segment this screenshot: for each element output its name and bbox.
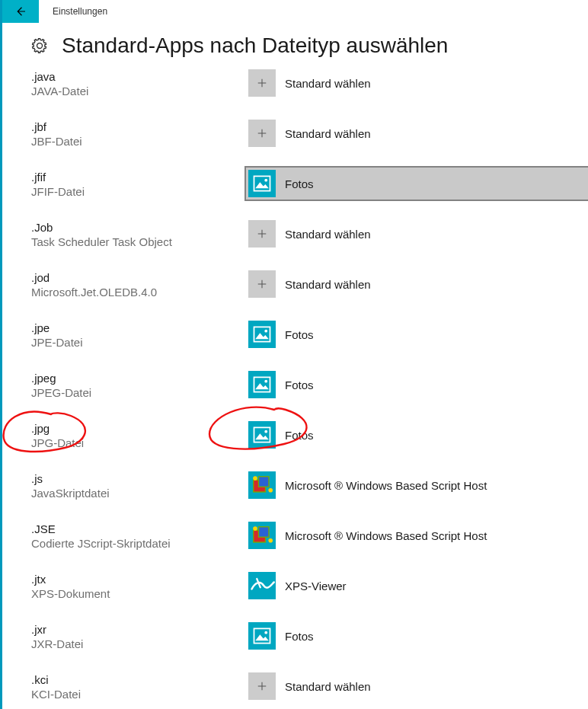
extension-description: JPG-Datei [31,436,246,451]
app-name-label: Standard wählen [285,680,371,693]
extension-column: .jtxXPS-Dokument [31,570,246,602]
app-selector[interactable]: Standard wählen [246,218,588,250]
app-selector[interactable]: Standard wählen [246,268,588,300]
filetype-row: .jbfJBF-DateiStandard wählen [31,117,588,149]
filetype-row: .jpeJPE-DateiFotos [31,318,588,350]
filetype-row: .jtxXPS-DokumentXPS-Viewer [31,570,588,602]
app-name-label: Standard wählen [285,77,371,90]
extension-column: .JobTask Scheduler Task Object [31,218,246,250]
arrow-left-icon [14,5,27,18]
filetype-row: .jpegJPEG-DateiFotos [31,369,588,401]
extension-description: Microsoft.Jet.OLEDB.4.0 [31,286,246,300]
filetype-row: .jfifJFIF-DateiFotos [31,168,588,200]
app-name-label: Microsoft ® Windows Based Script Host [285,479,487,492]
app-selector[interactable]: Standard wählen [246,67,588,99]
extension-label: .jxr [31,623,246,637]
extension-column: .jxrJXR-Datei [31,620,246,652]
extension-description: JFIF-Datei [31,185,246,200]
app-selector[interactable]: Standard wählen [246,670,588,702]
extension-description: Codierte JScript-Skriptdatei [31,537,246,551]
extension-label: .jpeg [31,372,246,386]
extension-column: .jfifJFIF-Datei [31,168,246,200]
extension-label: .jtx [31,573,246,587]
extension-label: .jfif [31,171,246,185]
extension-column: .kciKCI-Datei [31,670,246,702]
extension-column: .jpeJPE-Datei [31,318,246,350]
app-name-label: Standard wählen [285,228,371,241]
script-host-icon [248,471,276,499]
filetype-row: .kciKCI-DateiStandard wählen [31,670,588,702]
extension-column: .jpegJPEG-Datei [31,369,246,401]
extension-description: KCI-Datei [31,688,246,702]
extension-description: Task Scheduler Task Object [31,235,246,250]
filetype-list: .javaJAVA-DateiStandard wählen.jbfJBF-Da… [31,67,588,702]
filetype-row: .JSECodierte JScript-SkriptdateiMicrosof… [31,519,588,551]
plus-icon [248,270,276,298]
page-header: Standard-Apps nach Dateityp auswählen [31,34,588,58]
app-selector[interactable]: Standard wählen [246,117,588,149]
fotos-icon [248,170,276,197]
app-selector[interactable]: Fotos [246,318,588,350]
window-title: Einstellungen [53,6,107,17]
app-selector[interactable]: Fotos [246,168,588,200]
filetype-row: .jodMicrosoft.Jet.OLEDB.4.0Standard wähl… [31,268,588,300]
xps-viewer-icon [248,572,276,599]
app-name-label: Fotos [285,630,314,643]
extension-label: .jpg [31,422,246,436]
extension-label: .jpe [31,321,246,336]
extension-label: .java [31,70,246,85]
app-name-label: Fotos [285,378,314,391]
extension-description: JXR-Datei [31,637,246,652]
app-name-label: Standard wählen [285,278,371,291]
fotos-icon [248,622,276,650]
extension-description: JBF-Datei [31,135,246,149]
extension-label: .jbf [31,120,246,135]
extension-label: .JSE [31,522,246,537]
extension-column: .jodMicrosoft.Jet.OLEDB.4.0 [31,268,246,300]
app-name-label: Fotos [285,429,314,442]
app-selector[interactable]: Microsoft ® Windows Based Script Host [246,469,588,501]
filetype-row: .javaJAVA-DateiStandard wählen [31,67,588,99]
filetype-row: .JobTask Scheduler Task ObjectStandard w… [31,218,588,250]
extension-column: .jpgJPG-Datei [31,419,246,451]
extension-description: JavaSkriptdatei [31,487,246,501]
extension-column: .jsJavaSkriptdatei [31,469,246,501]
extension-column: .jbfJBF-Datei [31,117,246,149]
fotos-icon [248,421,276,449]
app-name-label: Standard wählen [285,127,371,140]
extension-label: .jod [31,271,246,286]
app-selector[interactable]: Fotos [246,369,588,401]
plus-icon [248,672,276,700]
app-selector[interactable]: XPS-Viewer [246,570,588,602]
titlebar: Einstellungen [2,0,588,23]
extension-column: .JSECodierte JScript-Skriptdatei [31,519,246,551]
app-selector[interactable]: Microsoft ® Windows Based Script Host [246,519,588,551]
extension-label: .js [31,472,246,487]
extension-description: JPEG-Datei [31,386,246,401]
plus-icon [248,120,276,147]
extension-description: JPE-Datei [31,336,246,350]
filetype-row: .jpgJPG-DateiFotos [31,419,588,451]
app-name-label: Microsoft ® Windows Based Script Host [285,529,487,542]
extension-label: .kci [31,673,246,688]
app-name-label: Fotos [285,328,314,341]
extension-description: JAVA-Datei [31,85,246,99]
app-selector[interactable]: Fotos [246,419,588,451]
fotos-icon [248,371,276,398]
content-area: Standard-Apps nach Dateityp auswählen .j… [2,23,588,702]
plus-icon [248,69,276,97]
back-button[interactable] [2,0,39,23]
page-title: Standard-Apps nach Dateityp auswählen [62,34,448,58]
filetype-row: .jxrJXR-DateiFotos [31,620,588,652]
script-host-icon [248,522,276,549]
extension-column: .javaJAVA-Datei [31,67,246,99]
gear-icon [31,37,48,54]
app-selector[interactable]: Fotos [246,620,588,652]
filetype-row: .jsJavaSkriptdateiMicrosoft ® Windows Ba… [31,469,588,501]
app-name-label: Fotos [285,177,314,190]
app-name-label: XPS-Viewer [285,580,347,592]
plus-icon [248,220,276,248]
fotos-icon [248,321,276,348]
extension-label: .Job [31,221,246,235]
extension-description: XPS-Dokument [31,587,246,602]
